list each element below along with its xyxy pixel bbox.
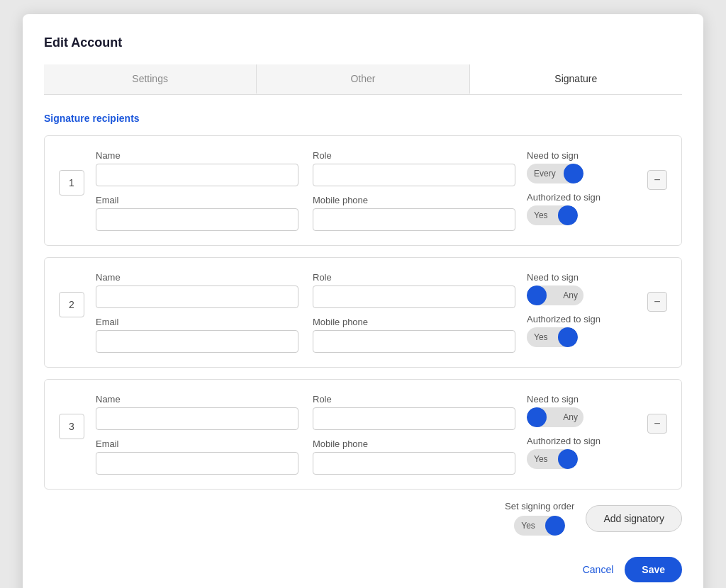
- role-input-3[interactable]: [313, 407, 515, 430]
- section-title: Signature recipients: [44, 113, 682, 124]
- save-button[interactable]: Save: [625, 557, 682, 582]
- role-input-1[interactable]: [313, 164, 515, 186]
- signatory-number-2: 2: [59, 292, 84, 317]
- need-to-sign-knob-2: [527, 285, 547, 305]
- card-right-3: Need to sign Any Authorized to sign Yes …: [527, 394, 667, 469]
- need-to-sign-group-2: Need to sign Any: [527, 272, 583, 305]
- need-to-sign-toggle-3[interactable]: Any: [527, 407, 583, 427]
- card-right-1: Need to sign Every Authorized to sign Ye…: [527, 150, 667, 225]
- signing-order-label: Set signing order: [505, 501, 574, 511]
- need-to-sign-label-1: Need to sign: [527, 150, 583, 161]
- email-input-2[interactable]: [96, 330, 298, 353]
- role-label-1: Role: [313, 150, 515, 161]
- card-controls-1: Need to sign Every Authorized to sign Ye…: [527, 150, 640, 225]
- name-input-2[interactable]: [96, 285, 298, 308]
- name-label-2: Name: [96, 272, 298, 283]
- name-label-3: Name: [96, 394, 298, 405]
- need-to-sign-toggle-2[interactable]: Any: [527, 285, 583, 305]
- modal-title: Edit Account: [44, 35, 682, 50]
- edit-account-modal: Edit Account Settings Other Signature Si…: [23, 14, 703, 588]
- card-controls-2: Need to sign Any Authorized to sign Yes: [527, 272, 640, 347]
- signing-order-toggle[interactable]: Yes: [514, 516, 565, 536]
- remove-signatory-2[interactable]: −: [647, 292, 667, 312]
- signatory-fields-3: Name Role Email Mobile phone: [96, 394, 515, 475]
- authorized-knob-3: [558, 449, 578, 469]
- email-input-1[interactable]: [96, 208, 298, 231]
- role-field-group-1: Role: [313, 150, 515, 186]
- add-signatory-button[interactable]: Add signatory: [586, 505, 682, 532]
- authorized-knob-2: [558, 327, 578, 347]
- need-to-sign-group-3: Need to sign Any: [527, 394, 583, 427]
- card-controls-3: Need to sign Any Authorized to sign Yes: [527, 394, 640, 469]
- signatory-card-1: 1 Name Role Email Mobile phone Need: [44, 135, 682, 246]
- mobile-label-3: Mobile phone: [313, 439, 515, 449]
- any-label-3: Any: [563, 412, 578, 422]
- role-label-2: Role: [313, 272, 515, 283]
- signatory-card-3: 3 Name Role Email Mobile phone Need: [44, 379, 682, 490]
- name-label-1: Name: [96, 150, 298, 161]
- signing-order-section: Set signing order Yes: [505, 501, 574, 536]
- signing-order-yes: Yes: [521, 521, 535, 531]
- name-input-1[interactable]: [96, 164, 298, 186]
- tab-settings[interactable]: Settings: [44, 64, 257, 94]
- mobile-field-group-2: Mobile phone: [313, 317, 515, 353]
- every-label-1: Every: [534, 169, 556, 179]
- tab-other[interactable]: Other: [257, 64, 469, 94]
- authorized-to-sign-label-3: Authorized to sign: [527, 436, 601, 446]
- role-label-3: Role: [313, 394, 515, 405]
- role-field-group-3: Role: [313, 394, 515, 430]
- yes-label-3: Yes: [534, 454, 548, 464]
- signatory-fields-1: Name Role Email Mobile phone: [96, 150, 515, 231]
- need-to-sign-toggle-1[interactable]: Every: [527, 164, 583, 183]
- yes-label-2: Yes: [534, 332, 548, 342]
- need-to-sign-knob-3: [527, 407, 547, 427]
- signatory-number-3: 3: [59, 414, 84, 439]
- email-field-group-2: Email: [96, 317, 298, 353]
- card-right-2: Need to sign Any Authorized to sign Yes …: [527, 272, 667, 347]
- cancel-button[interactable]: Cancel: [583, 564, 614, 575]
- signing-order-knob: [545, 516, 565, 536]
- yes-label-1: Yes: [534, 210, 548, 220]
- email-label-3: Email: [96, 439, 298, 449]
- tab-signature[interactable]: Signature: [470, 64, 682, 94]
- authorized-to-sign-toggle-2[interactable]: Yes: [527, 327, 578, 347]
- email-label-1: Email: [96, 195, 298, 205]
- mobile-input-2[interactable]: [313, 330, 515, 353]
- authorized-to-sign-label-1: Authorized to sign: [527, 192, 601, 203]
- authorized-to-sign-group-1: Authorized to sign Yes: [527, 192, 601, 225]
- mobile-field-group-3: Mobile phone: [313, 439, 515, 475]
- any-label-2: Any: [563, 290, 578, 300]
- role-field-group-2: Role: [313, 272, 515, 308]
- need-to-sign-label-2: Need to sign: [527, 272, 583, 283]
- email-input-3[interactable]: [96, 452, 298, 475]
- email-field-group-1: Email: [96, 195, 298, 231]
- authorized-to-sign-label-2: Authorized to sign: [527, 314, 601, 324]
- need-to-sign-knob-1: [564, 164, 583, 183]
- mobile-input-1[interactable]: [313, 208, 515, 231]
- authorized-to-sign-group-3: Authorized to sign Yes: [527, 436, 601, 469]
- name-field-group-2: Name: [96, 272, 298, 308]
- signatory-number-1: 1: [59, 170, 84, 196]
- mobile-label-2: Mobile phone: [313, 317, 515, 327]
- need-to-sign-group-1: Need to sign Every: [527, 150, 583, 183]
- need-to-sign-label-3: Need to sign: [527, 394, 583, 405]
- authorized-to-sign-toggle-1[interactable]: Yes: [527, 205, 578, 225]
- authorized-to-sign-group-2: Authorized to sign Yes: [527, 314, 601, 347]
- name-input-3[interactable]: [96, 407, 298, 430]
- footer-buttons: Cancel Save: [44, 557, 682, 582]
- email-label-2: Email: [96, 317, 298, 327]
- remove-signatory-3[interactable]: −: [647, 414, 667, 434]
- name-field-group-1: Name: [96, 150, 298, 186]
- name-field-group-3: Name: [96, 394, 298, 430]
- tab-bar: Settings Other Signature: [44, 64, 682, 95]
- signatory-card-2: 2 Name Role Email Mobile phone Need: [44, 257, 682, 368]
- email-field-group-3: Email: [96, 439, 298, 475]
- mobile-input-3[interactable]: [313, 452, 515, 475]
- authorized-to-sign-toggle-3[interactable]: Yes: [527, 449, 578, 469]
- mobile-label-1: Mobile phone: [313, 195, 515, 205]
- remove-signatory-1[interactable]: −: [647, 170, 667, 190]
- signatory-fields-2: Name Role Email Mobile phone: [96, 272, 515, 353]
- mobile-field-group-1: Mobile phone: [313, 195, 515, 231]
- authorized-knob-1: [558, 205, 578, 225]
- role-input-2[interactable]: [313, 285, 515, 308]
